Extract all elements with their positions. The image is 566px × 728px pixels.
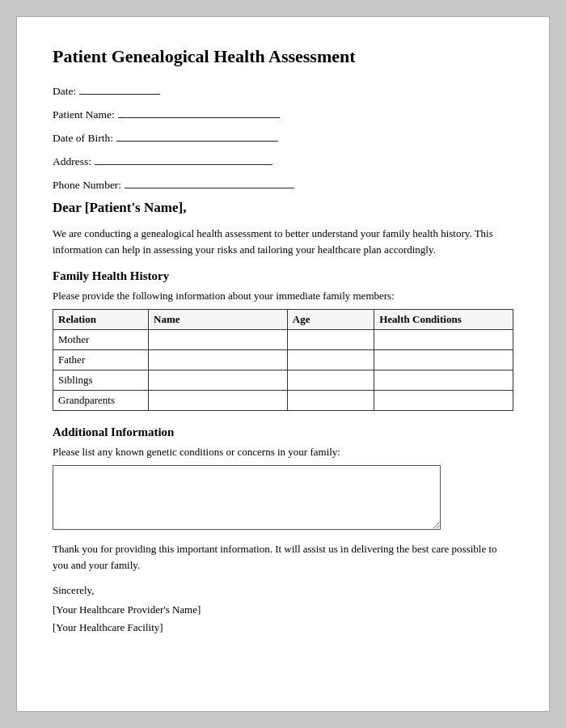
table-row: Mother <box>53 330 513 350</box>
conditions-siblings[interactable] <box>374 370 513 391</box>
phone-field-row: Phone Number: <box>53 176 513 192</box>
table-row: Siblings <box>53 370 513 391</box>
table-intro: Please provide the following information… <box>53 290 513 303</box>
relation-grandparents: Grandparents <box>53 391 149 411</box>
date-label: Date: <box>53 85 76 98</box>
document-page: Patient Genealogical Health Assessment D… <box>16 16 550 712</box>
family-health-table: Relation Name Age Health Conditions Moth… <box>53 309 513 411</box>
patient-name-input[interactable] <box>118 105 280 118</box>
phone-input[interactable] <box>125 176 294 188</box>
salutation: Dear [Patient's Name], <box>53 200 513 216</box>
facility-name: [Your Healthcare Facility] <box>53 621 513 634</box>
relation-father: Father <box>53 350 149 370</box>
conditions-father[interactable] <box>374 350 513 370</box>
date-input[interactable] <box>79 82 160 95</box>
age-mother[interactable] <box>287 330 374 350</box>
phone-label: Phone Number: <box>53 179 121 192</box>
closing-text: Thank you for providing this important i… <box>53 541 513 574</box>
name-mother-input[interactable] <box>154 333 282 346</box>
name-father-input[interactable] <box>154 353 282 366</box>
col-header-health-conditions: Health Conditions <box>374 310 513 330</box>
age-siblings[interactable] <box>287 370 374 391</box>
patient-name-label: Patient Name: <box>53 108 115 121</box>
col-header-relation: Relation <box>53 310 149 330</box>
table-header-row: Relation Name Age Health Conditions <box>53 310 513 330</box>
provider-name: [Your Healthcare Provider's Name] <box>53 603 513 616</box>
age-father-input[interactable] <box>293 353 369 366</box>
name-grandparents[interactable] <box>149 391 288 411</box>
age-grandparents[interactable] <box>287 391 374 411</box>
age-mother-input[interactable] <box>293 333 369 346</box>
address-label: Address: <box>53 155 91 168</box>
conditions-siblings-input[interactable] <box>379 374 508 387</box>
intro-body: We are conducting a genealogical health … <box>53 226 513 258</box>
conditions-father-input[interactable] <box>379 353 508 366</box>
additional-section-heading: Additional Information <box>53 425 513 439</box>
name-mother[interactable] <box>149 330 288 350</box>
family-section-heading: Family Health History <box>53 269 513 283</box>
table-row: Grandparents <box>53 391 513 411</box>
age-father[interactable] <box>287 350 374 370</box>
col-header-name: Name <box>149 310 288 330</box>
name-grandparents-input[interactable] <box>154 394 282 407</box>
sincerely: Sincerely, <box>53 584 513 597</box>
name-siblings[interactable] <box>149 370 288 391</box>
conditions-grandparents-input[interactable] <box>379 394 508 407</box>
table-row: Father <box>53 350 513 370</box>
conditions-mother[interactable] <box>374 330 513 350</box>
page-title: Patient Genealogical Health Assessment <box>53 46 513 67</box>
dob-label: Date of Birth: <box>53 132 113 145</box>
patient-name-field-row: Patient Name: <box>53 105 513 121</box>
relation-siblings: Siblings <box>53 370 149 391</box>
additional-section: Additional Information Please list any k… <box>53 425 513 530</box>
dob-field-row: Date of Birth: <box>53 129 513 145</box>
date-field-row: Date: <box>53 82 513 98</box>
address-field-row: Address: <box>53 152 513 168</box>
conditions-mother-input[interactable] <box>379 333 508 346</box>
address-input[interactable] <box>95 152 272 165</box>
relation-mother: Mother <box>53 330 149 350</box>
conditions-grandparents[interactable] <box>374 391 513 411</box>
genetic-conditions-textarea[interactable] <box>53 465 441 530</box>
name-father[interactable] <box>149 350 288 370</box>
name-siblings-input[interactable] <box>154 374 282 387</box>
age-siblings-input[interactable] <box>293 374 369 387</box>
age-grandparents-input[interactable] <box>293 394 369 407</box>
dob-input[interactable] <box>116 129 278 142</box>
col-header-age: Age <box>287 310 374 330</box>
genetic-conditions-label: Please list any known genetic conditions… <box>53 446 513 459</box>
